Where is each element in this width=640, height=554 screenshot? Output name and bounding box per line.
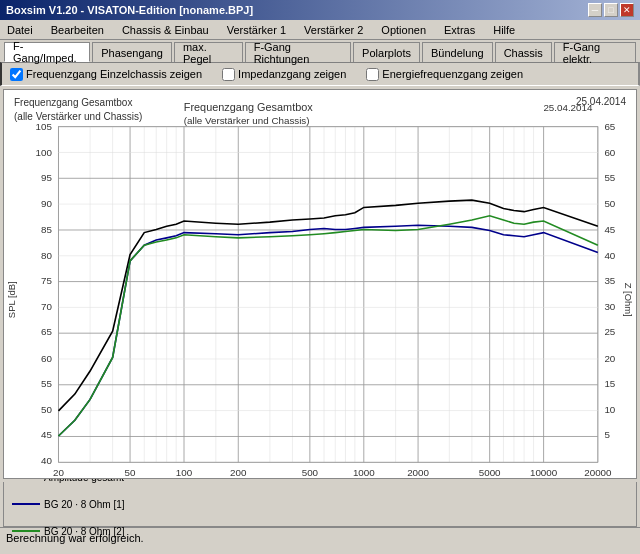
svg-text:50: 50 bbox=[604, 199, 615, 210]
legend-line-bg1 bbox=[12, 499, 40, 509]
svg-text:80: 80 bbox=[41, 250, 52, 261]
tab-chassis[interactable]: Chassis bbox=[495, 42, 552, 62]
svg-text:45: 45 bbox=[604, 224, 615, 235]
svg-text:50: 50 bbox=[125, 467, 136, 478]
checkbox-energie-input[interactable] bbox=[366, 68, 379, 81]
svg-text:75: 75 bbox=[41, 275, 52, 286]
svg-text:1000: 1000 bbox=[353, 467, 375, 478]
checkbox-einzelchassis-label: Frequenzgang Einzelchassis zeigen bbox=[26, 68, 202, 80]
close-button[interactable]: ✕ bbox=[620, 3, 634, 17]
menu-verstaerker1[interactable]: Verstärker 1 bbox=[224, 23, 289, 37]
svg-text:25: 25 bbox=[604, 327, 615, 338]
svg-text:Frequenzgang Gesamtbox: Frequenzgang Gesamtbox bbox=[184, 101, 314, 113]
svg-text:20000: 20000 bbox=[584, 467, 611, 478]
svg-text:10000: 10000 bbox=[530, 467, 557, 478]
svg-text:95: 95 bbox=[41, 172, 52, 183]
svg-text:500: 500 bbox=[302, 467, 318, 478]
checkbox-einzelchassis: Frequenzgang Einzelchassis zeigen bbox=[10, 68, 202, 81]
svg-text:90: 90 bbox=[41, 199, 52, 210]
checkbox-impedanz: Impedanzgang zeigen bbox=[222, 68, 346, 81]
svg-text:SPL [dB]: SPL [dB] bbox=[6, 281, 17, 318]
svg-text:5000: 5000 bbox=[479, 467, 501, 478]
window-title: Boxsim V1.20 - VISATON-Edition [noname.B… bbox=[6, 4, 253, 16]
svg-text:10: 10 bbox=[604, 404, 615, 415]
checkbox-energie-label: Energiefrequenzgang zeigen bbox=[382, 68, 523, 80]
legend-area: Amplitude gesamt BG 20 · 8 Ohm [1] BG 20… bbox=[3, 482, 637, 527]
svg-text:55: 55 bbox=[41, 378, 52, 389]
legend-item-bg1: BG 20 · 8 Ohm [1] bbox=[12, 499, 125, 510]
svg-text:65: 65 bbox=[604, 121, 615, 132]
status-message: Berechnung war erfolgreich. bbox=[6, 532, 144, 544]
legend-label-bg1: BG 20 · 8 Ohm [1] bbox=[44, 499, 125, 510]
tab-fgang-imped[interactable]: F-Gang/Imped. bbox=[4, 42, 90, 62]
chart-svg: 20 50 100 200 500 1000 2000 5000 10000 2… bbox=[4, 90, 636, 478]
title-bar: Boxsim V1.20 - VISATON-Edition [noname.B… bbox=[0, 0, 640, 20]
svg-text:200: 200 bbox=[230, 467, 246, 478]
checkbox-energie: Energiefrequenzgang zeigen bbox=[366, 68, 523, 81]
menu-bar: Datei Bearbeiten Chassis & Einbau Verstä… bbox=[0, 20, 640, 40]
svg-text:60: 60 bbox=[41, 353, 52, 364]
checkboxes-row: Frequenzgang Einzelchassis zeigen Impeda… bbox=[0, 62, 640, 86]
chart-area: Frequenzgang Gesamtbox (alle Verstärker … bbox=[3, 89, 637, 479]
menu-hilfe[interactable]: Hilfe bbox=[490, 23, 518, 37]
maximize-button[interactable]: □ bbox=[604, 3, 618, 17]
menu-verstaerker2[interactable]: Verstärker 2 bbox=[301, 23, 366, 37]
menu-optionen[interactable]: Optionen bbox=[378, 23, 429, 37]
menu-bearbeiten[interactable]: Bearbeiten bbox=[48, 23, 107, 37]
svg-text:Z [Ohm]: Z [Ohm] bbox=[623, 283, 634, 317]
svg-text:5: 5 bbox=[604, 429, 609, 440]
checkbox-impedanz-label: Impedanzgang zeigen bbox=[238, 68, 346, 80]
svg-text:70: 70 bbox=[41, 301, 52, 312]
svg-text:85: 85 bbox=[41, 224, 52, 235]
svg-text:100: 100 bbox=[176, 467, 192, 478]
svg-text:65: 65 bbox=[41, 327, 52, 338]
svg-text:2000: 2000 bbox=[407, 467, 429, 478]
svg-text:15: 15 bbox=[604, 378, 615, 389]
svg-text:20: 20 bbox=[604, 353, 615, 364]
tab-polarplots[interactable]: Polarplots bbox=[353, 42, 420, 62]
tabs-row: F-Gang/Imped. Phasengang max. Pegel F-Ga… bbox=[0, 40, 640, 62]
svg-text:30: 30 bbox=[604, 301, 615, 312]
svg-text:105: 105 bbox=[36, 121, 52, 132]
svg-text:35: 35 bbox=[604, 275, 615, 286]
svg-text:25.04.2014: 25.04.2014 bbox=[543, 102, 593, 113]
checkbox-impedanz-input[interactable] bbox=[222, 68, 235, 81]
window-controls: ─ □ ✕ bbox=[588, 3, 634, 17]
checkbox-einzelchassis-input[interactable] bbox=[10, 68, 23, 81]
svg-text:20: 20 bbox=[53, 467, 64, 478]
svg-text:55: 55 bbox=[604, 172, 615, 183]
menu-datei[interactable]: Datei bbox=[4, 23, 36, 37]
menu-chassis-einbau[interactable]: Chassis & Einbau bbox=[119, 23, 212, 37]
svg-text:50: 50 bbox=[41, 404, 52, 415]
svg-text:(alle Verstärker und Chassis): (alle Verstärker und Chassis) bbox=[184, 115, 310, 126]
svg-text:40: 40 bbox=[41, 456, 52, 467]
tab-buendelung[interactable]: Bündelung bbox=[422, 42, 493, 62]
tab-phasengang[interactable]: Phasengang bbox=[92, 42, 172, 62]
tab-fgang-richtungen[interactable]: F-Gang Richtungen bbox=[245, 42, 351, 62]
tab-fgang-elektr[interactable]: F-Gang elektr. bbox=[554, 42, 636, 62]
tab-max-pegel[interactable]: max. Pegel bbox=[174, 42, 243, 62]
svg-text:100: 100 bbox=[36, 147, 52, 158]
menu-extras[interactable]: Extras bbox=[441, 23, 478, 37]
minimize-button[interactable]: ─ bbox=[588, 3, 602, 17]
svg-text:45: 45 bbox=[41, 429, 52, 440]
svg-rect-0 bbox=[58, 127, 597, 463]
svg-text:60: 60 bbox=[604, 147, 615, 158]
svg-text:40: 40 bbox=[604, 250, 615, 261]
